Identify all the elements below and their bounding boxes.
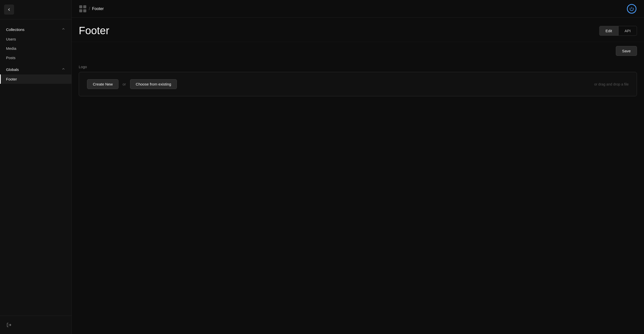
- drag-drop-text: or drag and drop a file: [594, 82, 629, 86]
- content-area: Logo Create New or Choose from existing …: [72, 60, 644, 334]
- sidebar-item-posts[interactable]: Posts: [0, 53, 71, 62]
- logo-label: Logo: [79, 65, 637, 69]
- svg-rect-2: [83, 5, 86, 8]
- breadcrumb-separator: /: [89, 6, 90, 11]
- top-bar: / Footer: [72, 0, 644, 18]
- svg-rect-1: [79, 5, 82, 8]
- sidebar: Collections Users Media Posts Globals: [0, 0, 72, 334]
- sidebar-bottom: [0, 316, 71, 334]
- svg-rect-3: [79, 9, 82, 12]
- collections-header[interactable]: Collections: [0, 24, 71, 34]
- save-button[interactable]: Save: [616, 46, 637, 56]
- sidebar-item-label: Media: [6, 46, 16, 51]
- sidebar-item-footer[interactable]: Footer: [0, 74, 71, 84]
- top-bar-right: [626, 4, 637, 14]
- upload-left: Create New or Choose from existing: [87, 79, 177, 89]
- sidebar-item-label: Posts: [6, 56, 16, 60]
- save-area: Save: [72, 42, 644, 60]
- sidebar-item-users[interactable]: Users: [0, 34, 71, 44]
- globals-header[interactable]: Globals: [0, 64, 71, 74]
- upload-area: Create New or Choose from existing or dr…: [79, 72, 637, 96]
- page-title: Footer: [79, 25, 109, 37]
- app-icon: [79, 5, 87, 13]
- breadcrumb: / Footer: [79, 5, 104, 13]
- create-new-button[interactable]: Create New: [87, 79, 118, 89]
- svg-rect-4: [83, 9, 86, 12]
- header-actions: Edit API: [599, 26, 637, 36]
- collections-title: Collections: [6, 27, 24, 32]
- choose-existing-button[interactable]: Choose from existing: [130, 79, 177, 89]
- collections-section: Collections Users Media Posts: [0, 24, 71, 62]
- or-text: or: [123, 82, 126, 86]
- logout-button[interactable]: [4, 320, 14, 330]
- tab-edit[interactable]: Edit: [599, 26, 618, 36]
- breadcrumb-current: Footer: [92, 7, 104, 11]
- sidebar-top: [0, 0, 71, 19]
- page-header: Footer Edit API: [72, 18, 644, 42]
- sidebar-item-label: Footer: [6, 77, 17, 81]
- power-icon: [627, 4, 636, 14]
- main-content: / Footer Footer Edit API Save Logo: [72, 0, 644, 334]
- chevron-up-icon: [61, 27, 65, 32]
- back-button[interactable]: [4, 5, 14, 15]
- sidebar-nav: Collections Users Media Posts Globals: [0, 19, 71, 316]
- globals-section: Globals Footer: [0, 64, 71, 84]
- power-button[interactable]: [626, 4, 637, 14]
- tab-api[interactable]: API: [618, 26, 637, 36]
- sidebar-item-label: Users: [6, 37, 16, 41]
- sidebar-item-media[interactable]: Media: [0, 44, 71, 53]
- globals-title: Globals: [6, 67, 19, 72]
- chevron-up-icon: [61, 67, 65, 72]
